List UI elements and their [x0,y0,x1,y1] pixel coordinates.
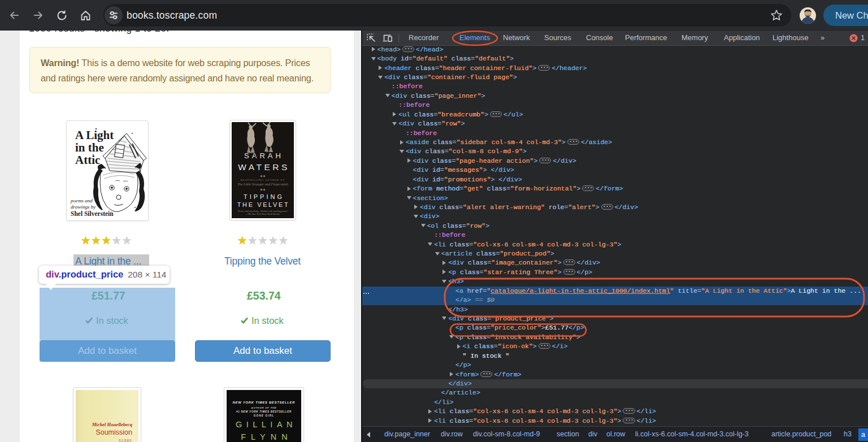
svg-text:SARAH: SARAH [244,151,284,160]
svg-text:poems and: poems and [70,198,93,203]
svg-text:Soumission: Soumission [96,428,132,436]
svg-text:BESTSELLING AUTHOR OF: BESTSELLING AUTHOR OF [241,179,285,181]
svg-text:Michel Houellebecq: Michel Houellebecq [92,422,133,427]
svg-text:FLYNN: FLYNN [241,432,292,441]
svg-text:#1 NEW YORK TIMES BESTSELLER: #1 NEW YORK TIMES BESTSELLER [236,410,292,413]
svg-text:A Light: A Light [75,128,114,142]
svg-text:The Little Stranger and Finger: The Little Stranger and Fingersmith [237,182,288,186]
svg-text:—The New York Times Book Revie: —The New York Times Book Review [245,213,280,215]
svg-text:NEW YORK TIMES BESTSELLER: NEW YORK TIMES BESTSELLER [233,401,295,404]
svg-text:AUTHOR OF THE: AUTHOR OF THE [251,406,277,409]
svg-text:ROMAN: ROMAN [119,439,132,441]
svg-text:◆ ◆: ◆ ◆ [261,175,266,177]
svg-text:Attic: Attic [75,153,100,167]
svg-text:WATERS: WATERS [238,162,290,172]
svg-text:◆ ◆: ◆ ◆ [261,188,266,191]
svg-text:GILLIAN: GILLIAN [236,420,297,429]
svg-text:in the: in the [75,141,104,154]
svg-text:Shel Silverstein: Shel Silverstein [71,210,114,217]
svg-text:THE VELVET: THE VELVET [237,201,289,208]
svg-text:GONE GIRL: GONE GIRL [254,414,275,417]
svg-text:TIPPING: TIPPING [244,193,284,200]
svg-text:drawings by: drawings by [71,204,96,210]
